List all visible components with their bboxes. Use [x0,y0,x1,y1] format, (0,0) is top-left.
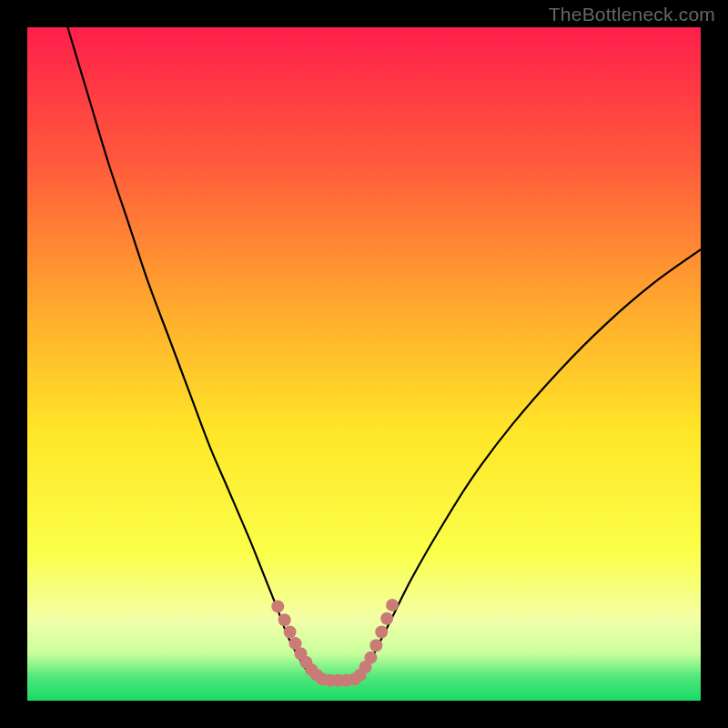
trough-markers [271,599,399,687]
trough-marker-dot [271,600,284,612]
trough-marker-dot [364,652,377,664]
trough-marker-dot [278,613,291,626]
curve-layer [27,27,701,701]
plot-area [27,27,701,701]
trough-marker-dot [380,612,393,625]
left-curve [67,27,317,681]
trough-marker-dot [284,626,297,639]
watermark-text: TheBottleneck.com [549,4,715,25]
right-curve [358,249,701,681]
chart-frame: TheBottleneck.com [0,0,728,728]
trough-marker-dot [369,639,382,652]
trough-marker-dot [375,626,388,639]
trough-marker-dot [386,599,399,612]
